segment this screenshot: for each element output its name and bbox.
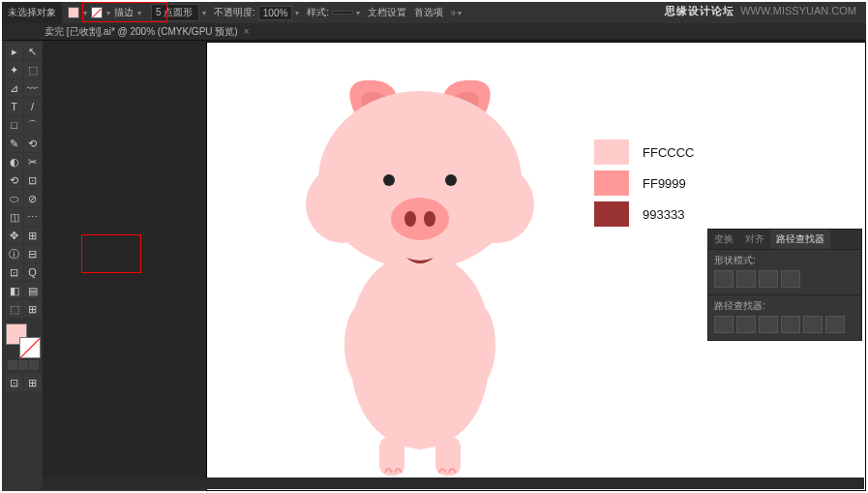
tool-button[interactable]: ⓘ [6, 245, 23, 262]
trim-button[interactable] [736, 316, 756, 333]
preferences-button[interactable]: 首选项 [414, 6, 443, 19]
tool-button[interactable]: ✂ [24, 153, 42, 170]
svg-point-1 [306, 166, 379, 243]
color-mode-button[interactable] [18, 360, 28, 370]
tool-button[interactable]: ⋯ [24, 208, 42, 226]
color-chip [594, 201, 629, 227]
tool-panel: ▸↖✦⬚⊿〰T/□⌒✎⟲◐✂⟲⊡⬭⊘◫⋯✥⊞ⓘ⊟⊡Q◧▤⬚⊞ ⊡ ⊞ [4, 41, 43, 489]
svg-point-5 [344, 306, 375, 384]
svg-point-6 [464, 306, 495, 384]
svg-point-10 [404, 211, 416, 227]
tool-button[interactable]: ⬭ [6, 190, 23, 207]
intersect-button[interactable] [759, 270, 778, 288]
color-palette-legend: FFCCCC FF9999 993333 [594, 139, 694, 232]
crop-button[interactable] [781, 316, 800, 333]
tool-button[interactable]: □ [6, 116, 23, 134]
tool-button[interactable]: ⬚ [6, 300, 23, 318]
hex-label: FFCCCC [643, 145, 694, 160]
palette-row: 993333 [594, 201, 694, 227]
tool-button[interactable]: ▤ [24, 282, 42, 299]
divide-button[interactable] [714, 316, 733, 333]
tool-button[interactable]: ⊿ [6, 79, 23, 97]
merge-button[interactable] [759, 316, 778, 333]
tool-button[interactable]: ▸ [6, 43, 23, 60]
stroke-color[interactable] [19, 337, 41, 358]
tool-button[interactable]: ⊡ [24, 171, 42, 189]
tool-button[interactable]: ⊞ [24, 300, 42, 318]
more-icon[interactable]: ⊪▾ [451, 9, 462, 17]
unite-button[interactable] [714, 270, 733, 288]
color-mode-button[interactable] [8, 360, 17, 370]
hex-label: 993333 [643, 207, 684, 222]
tool-button[interactable]: ⊞ [24, 227, 42, 244]
tool-button[interactable]: 〰 [24, 79, 42, 97]
tool-button[interactable]: / [24, 98, 42, 115]
chevron-down-icon[interactable]: ▾ [137, 9, 141, 17]
hex-label: FF9999 [643, 176, 686, 191]
tab-align[interactable]: 对齐 [739, 230, 770, 249]
fill-swatch[interactable] [68, 7, 79, 18]
tool-button[interactable]: ⊘ [24, 190, 42, 207]
doc-setup-button[interactable]: 文档设置 [368, 6, 406, 19]
screen-mode-button[interactable]: ⊡ [6, 374, 23, 391]
pig-illustration [284, 54, 555, 480]
close-icon[interactable]: × [244, 26, 255, 37]
outline-button[interactable] [803, 316, 823, 333]
fill-stroke-swatches[interactable]: ▾ ▾ 描边 ▾ [62, 2, 147, 23]
exclude-button[interactable] [781, 270, 800, 288]
tool-button[interactable]: ↖ [24, 43, 42, 60]
minus-back-button[interactable] [825, 316, 845, 333]
tool-button[interactable]: ⊟ [24, 245, 42, 262]
watermark: 思缘设计论坛 WWW.MISSYUAN.COM [665, 4, 856, 18]
tab-pathfinder[interactable]: 路径查找器 [770, 230, 830, 249]
tool-button[interactable]: Q [24, 263, 42, 281]
tool-button[interactable]: ⌒ [24, 116, 42, 134]
selection-status: 未选择对象 [2, 2, 62, 23]
tool-button[interactable]: ◧ [6, 282, 23, 299]
pathfinder-label: 路径查找器: [714, 299, 855, 313]
options-bar: 未选择对象 ▾ ▾ 描边 ▾ 5 点圆形▾ 不透明度:100%▾ 样式:▾ 文档… [2, 2, 866, 23]
horizontal-scrollbar[interactable] [43, 478, 864, 489]
tool-button[interactable]: ✦ [6, 61, 23, 78]
palette-row: FF9999 [594, 170, 694, 196]
svg-point-9 [391, 198, 449, 240]
color-chip [594, 170, 629, 196]
color-mode-button[interactable] [29, 360, 39, 370]
svg-point-11 [424, 211, 435, 227]
document-tab[interactable]: 卖完 [已收割].ai* @ 200% (CMYK/GPU 预览) [45, 25, 244, 39]
annotation-highlight [81, 234, 141, 273]
svg-rect-4 [435, 437, 461, 476]
svg-point-2 [461, 166, 534, 243]
tab-transform[interactable]: 变换 [708, 230, 739, 249]
minus-front-button[interactable] [736, 270, 756, 288]
tool-button[interactable]: ✥ [6, 227, 23, 244]
fill-stroke-control[interactable] [6, 324, 41, 358]
tool-button[interactable]: ⟲ [24, 135, 42, 152]
tool-button[interactable]: T [6, 98, 23, 115]
tool-button[interactable]: ◐ [6, 153, 23, 170]
shape-mode-label: 形状模式: [714, 254, 855, 267]
color-chip [594, 139, 629, 165]
stroke-label: 描边 [114, 6, 134, 19]
svg-point-7 [383, 174, 395, 186]
tool-button[interactable]: ✎ [6, 135, 23, 152]
style-control[interactable]: 样式:▾ [307, 6, 360, 19]
tool-button[interactable]: ⊡ [6, 263, 23, 281]
document-tab-bar: 卖完 [已收割].ai* @ 200% (CMYK/GPU 预览) × [2, 23, 866, 41]
screen-mode-button[interactable]: ⊞ [24, 374, 42, 391]
tool-button[interactable]: ⬚ [24, 61, 42, 78]
stroke-swatch[interactable] [91, 7, 103, 18]
tool-button[interactable]: ⟲ [6, 171, 23, 189]
brush-preset[interactable]: 5 点圆形▾ [151, 4, 206, 21]
svg-point-8 [445, 174, 457, 186]
palette-row: FFCCCC [594, 139, 694, 165]
opacity-control[interactable]: 不透明度:100%▾ [214, 6, 299, 20]
tool-button[interactable]: ◫ [6, 208, 23, 226]
pathfinder-panel: 变换 对齐 路径查找器 形状模式: 路径查找器: [707, 229, 862, 341]
